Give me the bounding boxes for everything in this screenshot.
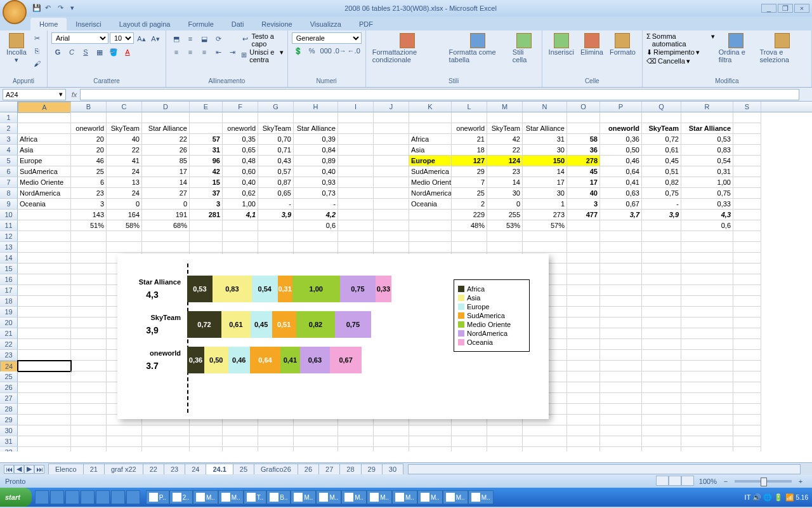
cell[interactable] (409, 231, 452, 242)
cell[interactable] (733, 285, 761, 296)
cell[interactable]: 229 (452, 210, 487, 220)
cell[interactable] (190, 436, 223, 447)
cell[interactable] (681, 264, 733, 274)
cell[interactable] (18, 436, 71, 447)
cell[interactable]: 0,62 (223, 188, 258, 199)
cell[interactable] (338, 145, 374, 156)
col-header[interactable]: P (600, 102, 642, 112)
cell[interactable] (642, 318, 681, 328)
cell[interactable] (190, 242, 223, 253)
cell[interactable] (294, 425, 338, 436)
ribbon-tab-inserisci[interactable]: Inserisci (67, 18, 110, 30)
cell[interactable]: 26 (142, 145, 190, 156)
cell[interactable] (374, 134, 409, 145)
sheet-tab[interactable]: 27 (318, 464, 340, 474)
inc-decimal-icon[interactable]: .0→ (334, 44, 346, 57)
sheet-tab[interactable]: graf x22 (104, 464, 143, 474)
sheet-tab[interactable]: 28 (339, 464, 361, 474)
row-header[interactable]: 22 (0, 339, 18, 350)
cell[interactable] (18, 393, 71, 404)
cell[interactable] (71, 112, 107, 123)
page-break-view-icon[interactable] (681, 476, 694, 486)
cell[interactable] (258, 112, 294, 123)
cell[interactable] (338, 231, 374, 242)
orientation-icon[interactable]: ⟳ (212, 32, 225, 45)
align-center-icon[interactable]: ≡ (184, 46, 197, 58)
cell[interactable] (681, 318, 733, 328)
taskbar-window[interactable]: M.. (443, 490, 468, 504)
italic-button[interactable]: C (65, 46, 78, 58)
sheet-tab[interactable]: 30 (382, 464, 403, 474)
cell[interactable] (600, 361, 642, 371)
row-header[interactable]: 27 (0, 393, 18, 404)
cell[interactable] (681, 447, 733, 451)
cell[interactable] (338, 447, 374, 451)
cell[interactable]: 0,40 (223, 177, 258, 188)
cell[interactable]: 0,60 (223, 166, 258, 177)
cell[interactable] (642, 425, 681, 436)
align-middle-icon[interactable]: ≡ (184, 32, 197, 45)
cell[interactable]: 3,7 (600, 210, 642, 220)
cell[interactable] (338, 123, 374, 134)
cell[interactable] (567, 447, 600, 451)
cell[interactable]: Oceania (409, 199, 452, 210)
cell[interactable] (523, 436, 567, 447)
cell[interactable] (733, 350, 761, 361)
cell[interactable]: 22 (142, 134, 190, 145)
cell[interactable] (374, 242, 409, 253)
cell[interactable] (642, 231, 681, 242)
cell[interactable] (567, 123, 600, 134)
cell[interactable]: 58% (107, 220, 142, 231)
col-header[interactable]: G (258, 102, 294, 112)
cell[interactable] (18, 404, 71, 415)
zoom-in-icon[interactable]: + (794, 475, 807, 488)
cell[interactable]: 1 (523, 199, 567, 210)
insert-cells-button[interactable]: Inserisci (546, 32, 577, 57)
cell[interactable] (567, 318, 600, 328)
cell[interactable] (733, 415, 761, 425)
cell[interactable] (374, 112, 409, 123)
cell[interactable] (681, 425, 733, 436)
cell[interactable] (258, 231, 294, 242)
cell[interactable] (567, 285, 600, 296)
cell[interactable] (733, 188, 761, 199)
row-header[interactable]: 8 (0, 188, 18, 199)
cell[interactable]: 281 (190, 210, 223, 220)
cell[interactable]: oneworld (71, 123, 107, 134)
cell[interactable]: 127 (452, 156, 487, 166)
cell[interactable] (71, 339, 107, 350)
cut-icon[interactable]: ✂ (30, 32, 43, 44)
cell[interactable] (258, 242, 294, 253)
cell[interactable]: 24 (107, 166, 142, 177)
cell[interactable]: 0,65 (223, 145, 258, 156)
cell[interactable] (642, 264, 681, 274)
cell[interactable] (190, 447, 223, 451)
cell[interactable] (681, 393, 733, 404)
cell[interactable] (142, 242, 190, 253)
cell[interactable] (18, 328, 71, 339)
cell[interactable] (733, 112, 761, 123)
cell[interactable]: 0 (142, 199, 190, 210)
cell[interactable] (338, 436, 374, 447)
cell[interactable]: - (642, 199, 681, 210)
sheet-tab[interactable]: 26 (298, 464, 319, 474)
cell[interactable]: 46 (71, 156, 107, 166)
cell[interactable] (733, 318, 761, 328)
cell[interactable] (338, 188, 374, 199)
cell[interactable] (223, 447, 258, 451)
row-header[interactable]: 4 (0, 145, 18, 156)
cell[interactable]: 0,51 (642, 166, 681, 177)
cell[interactable] (338, 134, 374, 145)
cell[interactable]: 23 (71, 188, 107, 199)
cell[interactable]: 96 (190, 156, 223, 166)
cell[interactable]: Star Alliance (681, 123, 733, 134)
cell[interactable] (733, 264, 761, 274)
cell[interactable]: 17 (142, 166, 190, 177)
cell[interactable] (642, 307, 681, 318)
cell[interactable] (487, 425, 523, 436)
cell[interactable]: 4,1 (223, 210, 258, 220)
tab-first-icon[interactable]: ⏮ (4, 465, 14, 474)
cell[interactable] (71, 361, 107, 371)
cell[interactable]: 0,73 (294, 188, 338, 199)
row-header[interactable]: 24 (0, 361, 18, 372)
